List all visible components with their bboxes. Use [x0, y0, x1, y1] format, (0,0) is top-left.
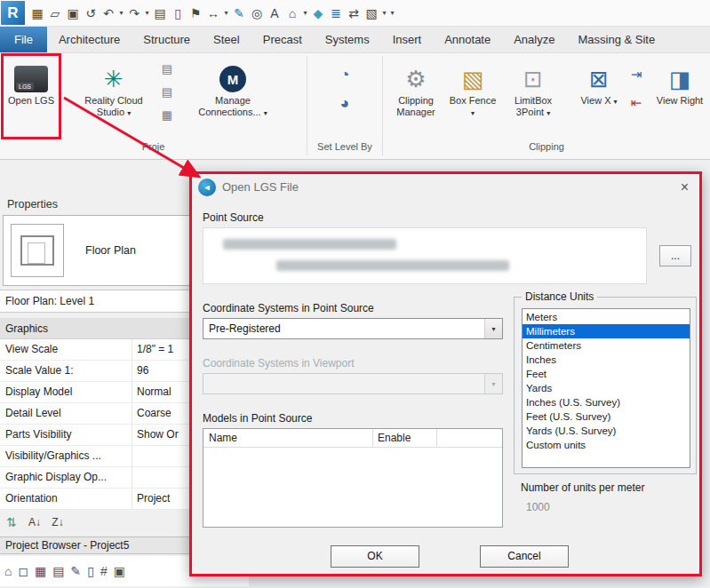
models-in-point-source-label: Models in Point Source	[203, 412, 312, 425]
panel-box-icon[interactable]: ▣	[114, 564, 125, 578]
list-item[interactable]: Inches	[523, 353, 690, 367]
transfer-icon[interactable]: ⇄	[345, 1, 363, 26]
combo-value: Pre-Registered	[209, 319, 281, 338]
documents-icon[interactable]: ▦	[28, 1, 46, 26]
sync-icon[interactable]: ↺	[82, 1, 100, 26]
manage-connections-button[interactable]: M Manage Connections... ▾	[190, 57, 275, 119]
reality-cloud-studio-button[interactable]: ✳ Reality Cloud Studio ▾	[76, 57, 151, 119]
undo-caret-icon[interactable]: ▾	[117, 1, 125, 26]
measure-caret-icon[interactable]: ▾	[222, 1, 230, 26]
redo-icon[interactable]: ↷	[125, 1, 143, 26]
tab-architecture[interactable]: Architecture	[47, 27, 132, 52]
edit-pencil-icon[interactable]: ✎	[71, 564, 82, 578]
draw-line-icon[interactable]: ✎	[230, 1, 248, 26]
grid-lines-icon[interactable]: #	[100, 564, 108, 578]
list-item-selected[interactable]: Millimeters	[523, 324, 690, 338]
sort-menu-icon[interactable]: ⇅	[2, 513, 21, 532]
units-per-meter-label: Number of units per meter	[521, 481, 644, 494]
tab-analyze[interactable]: Analyze	[502, 27, 566, 52]
ok-button[interactable]: OK	[331, 545, 419, 568]
sort-descending-icon[interactable]: Z↓	[48, 513, 68, 532]
redacted-path-text	[276, 260, 509, 271]
browse-button[interactable]: ...	[659, 245, 691, 266]
tab-annotate[interactable]: Annotate	[433, 27, 502, 52]
export-lgs-icon[interactable]: ▤	[156, 80, 178, 103]
clipping-small-buttons: ⇥ ⇤	[626, 60, 647, 117]
tab-file[interactable]: File	[0, 27, 47, 52]
print-icon[interactable]: ▤	[151, 1, 169, 26]
redacted-path-text	[223, 239, 396, 250]
save-icon[interactable]: ▣	[64, 1, 82, 26]
list-item[interactable]: Feet (U.S. Survey)	[523, 409, 690, 424]
set-level-sphere-icon[interactable]: ◔	[331, 60, 359, 89]
customize-toolbar-caret-icon[interactable]: ▾	[388, 1, 396, 26]
set-level-sphere2-icon[interactable]: ◕	[331, 89, 359, 117]
list-item[interactable]: Inches (U.S. Survey)	[523, 395, 690, 409]
open-lgs-button[interactable]: LGS Open LGS	[4, 57, 59, 107]
schedule-table-icon[interactable]: ▤	[52, 564, 64, 578]
sheet-icon[interactable]: ▯	[87, 564, 94, 578]
clipping-manager-button[interactable]: ⚙ Clipping Manager	[387, 57, 444, 118]
switch-windows-icon[interactable]: ▧	[363, 1, 380, 26]
tab-structure[interactable]: Structure	[132, 27, 202, 52]
import-lgs-icon[interactable]: ▤	[156, 57, 178, 80]
point-source-field[interactable]	[203, 227, 647, 284]
list-item[interactable]: Yards (U.S. Survey)	[523, 424, 690, 438]
tab-systems[interactable]: Systems	[314, 27, 381, 52]
tab-steel[interactable]: Steel	[202, 27, 251, 52]
reset-view-icon[interactable]: ⇤	[626, 89, 647, 117]
list-item[interactable]: Meters	[523, 310, 690, 324]
box-fence-button[interactable]: ▧ Box Fence ▾	[448, 57, 498, 119]
cancel-button[interactable]: Cancel	[480, 545, 569, 568]
redo-caret-icon[interactable]: ▾	[143, 1, 151, 26]
worksets-grid-icon[interactable]: ▦	[35, 564, 46, 578]
thin-lines-icon[interactable]: ≣	[327, 1, 345, 26]
sort-ascending-icon[interactable]: A↓	[25, 513, 44, 532]
coordinate-systems-viewport-label: Coordinate Systems in Viewport	[203, 357, 355, 369]
tab-insert[interactable]: Insert	[381, 27, 434, 52]
measure-icon[interactable]: ↔	[204, 1, 222, 26]
section-box-icon[interactable]: ◻	[18, 564, 28, 578]
view-right-button[interactable]: ◨ View Right	[654, 57, 706, 107]
undo-icon[interactable]: ↶	[100, 1, 117, 26]
type-name: Floor Plan	[85, 244, 136, 257]
view-x-button[interactable]: ⊠ View X ▾	[576, 57, 622, 107]
align-view-icon[interactable]: ⇥	[626, 60, 647, 89]
lgs-icon: LGS	[14, 66, 48, 92]
manage-connections-label: Manage Connections...	[198, 95, 260, 117]
list-item[interactable]: Feet	[523, 367, 690, 381]
browser-sort-toolbar: ⇅ A↓ Z↓	[2, 513, 68, 532]
list-item[interactable]: Yards	[523, 381, 690, 395]
close-document-icon[interactable]: ▯	[169, 1, 187, 26]
close-icon[interactable]: ×	[681, 174, 689, 201]
lgs-badge: LGS	[16, 83, 34, 91]
column-header-enable[interactable]: Enable	[372, 429, 411, 447]
open-file-icon[interactable]: ▱	[46, 1, 64, 26]
units-per-meter-value: 1000	[526, 501, 550, 513]
coordinate-systems-source-combo[interactable]: Pre-Registered ▾	[203, 318, 503, 339]
marker-tool-icon[interactable]: ⚑	[187, 1, 204, 26]
text-tool-icon[interactable]: A	[266, 1, 283, 26]
home-caret-icon[interactable]: ▾	[301, 1, 309, 26]
dialog-title: Open LGS File	[222, 174, 299, 201]
box-fence-icon: ▧	[462, 66, 484, 92]
section-icon[interactable]: ◆	[309, 1, 327, 26]
distance-units-list[interactable]: Meters Millimeters Centimeters Inches Fe…	[522, 308, 690, 468]
home-view-icon[interactable]: ⌂	[283, 1, 301, 26]
home-3d-icon[interactable]: ⌂	[4, 564, 12, 578]
tab-massing-site[interactable]: Massing & Site	[566, 27, 666, 52]
reality-cloud-caret-icon: ▾	[127, 109, 131, 117]
grid-tool-icon[interactable]: ▦	[156, 103, 178, 126]
tab-precast[interactable]: Precast	[251, 27, 314, 52]
switch-windows-caret-icon[interactable]: ▾	[380, 1, 388, 26]
chevron-down-icon[interactable]: ▾	[484, 319, 502, 338]
revit-logo[interactable]: R	[1, 1, 25, 25]
limitbox-3point-button[interactable]: ⊡ LimitBox 3Point ▾	[501, 57, 565, 119]
models-table[interactable]: Name Enable	[203, 428, 503, 528]
panel-label-clipping: Clipping	[383, 141, 710, 152]
zoom-icon[interactable]: ◎	[248, 1, 266, 26]
view-right-icon: ◨	[669, 66, 691, 92]
list-item[interactable]: Centimeters	[523, 338, 690, 353]
list-item[interactable]: Custom units	[523, 438, 690, 452]
column-header-name[interactable]: Name	[203, 429, 237, 447]
